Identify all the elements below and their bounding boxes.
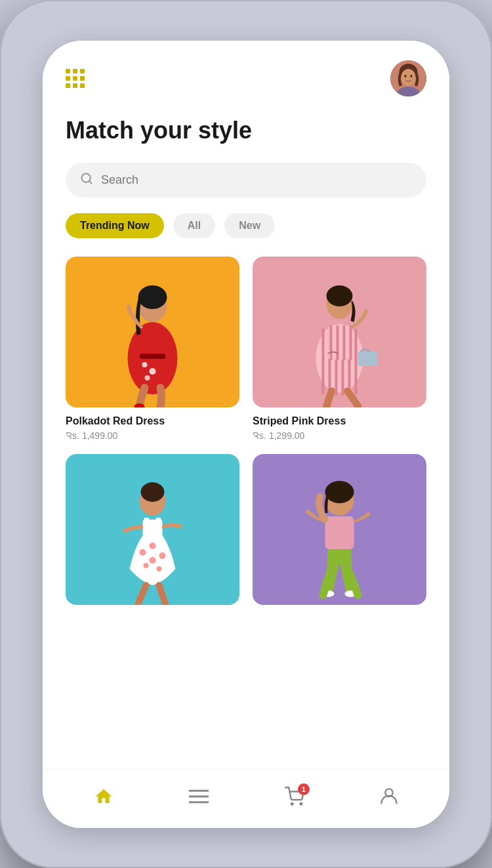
svg-point-2 [401,69,416,86]
grid-dot [73,83,77,88]
tab-new[interactable]: New [224,213,275,238]
header [66,60,426,96]
svg-point-14 [150,368,156,375]
product-card[interactable]: Striped Pink Dress Rs. 1,299.00 [253,257,426,441]
content-area: Match your style Trending Now [43,41,449,769]
nav-home[interactable] [94,787,113,811]
svg-point-15 [145,375,150,381]
svg-rect-37 [358,352,378,366]
tab-all[interactable]: All [173,213,215,238]
product-card[interactable] [66,454,239,613]
svg-point-54 [325,481,354,503]
product-image [253,454,426,605]
svg-point-61 [300,803,302,805]
title-highlight: style [198,116,252,144]
product-card[interactable]: Polkadot Red Dress Rs. 1,499.00 [66,257,239,441]
svg-point-40 [150,543,156,549]
product-name: Polkadot Red Dress [66,415,239,427]
phone-frame: Match your style Trending Now [0,0,492,868]
menu-icon [189,788,209,809]
svg-rect-52 [325,516,354,549]
product-price: Rs. 1,299.00 [253,430,426,441]
product-grid: Polkadot Red Dress Rs. 1,499.00 [66,257,426,626]
cart-badge: 1 [298,783,310,795]
svg-point-43 [157,566,162,571]
product-card[interactable] [253,454,426,613]
grid-dot [80,69,85,73]
svg-rect-20 [140,354,166,359]
svg-point-39 [140,549,146,556]
nav-cart[interactable]: 1 [285,787,304,811]
svg-point-18 [138,285,167,309]
search-input[interactable] [101,173,412,187]
page-title: Match your style [66,116,426,144]
nav-profile[interactable] [380,787,398,811]
grid-dot [80,83,85,88]
search-icon [80,172,93,188]
svg-point-41 [159,552,166,559]
svg-point-12 [142,362,148,367]
search-bar[interactable] [66,163,426,197]
filter-tabs: Trending Now All New [66,213,426,238]
grid-dot [66,83,70,88]
bottom-nav: 1 [43,769,449,828]
nav-menu[interactable] [189,788,209,809]
grid-dot [66,76,70,81]
grid-dot [80,76,85,81]
svg-rect-47 [156,518,161,524]
svg-point-60 [291,803,293,805]
grid-menu-icon[interactable] [66,69,84,87]
user-icon [380,787,398,811]
product-image [66,454,239,605]
svg-point-4 [411,75,413,77]
product-image [253,257,426,407]
title-section: Match your style [66,116,426,144]
svg-point-3 [405,75,407,77]
phone-screen: Match your style Trending Now [43,41,449,828]
product-image [66,257,239,407]
svg-point-36 [327,285,353,306]
tab-trending[interactable]: Trending Now [66,213,164,238]
product-price: Rs. 1,499.00 [66,430,239,441]
cart-wrap: 1 [285,787,304,811]
product-name: Striped Pink Dress [253,415,426,427]
grid-dot [73,69,77,73]
svg-point-44 [150,557,156,564]
avatar[interactable] [390,60,426,96]
grid-dot [73,76,77,81]
title-plain: Match your [66,117,198,144]
grid-dot [66,69,70,73]
svg-rect-46 [144,518,150,524]
svg-line-7 [89,181,92,184]
svg-point-50 [148,484,158,493]
svg-point-42 [144,563,149,568]
home-icon [94,787,113,811]
